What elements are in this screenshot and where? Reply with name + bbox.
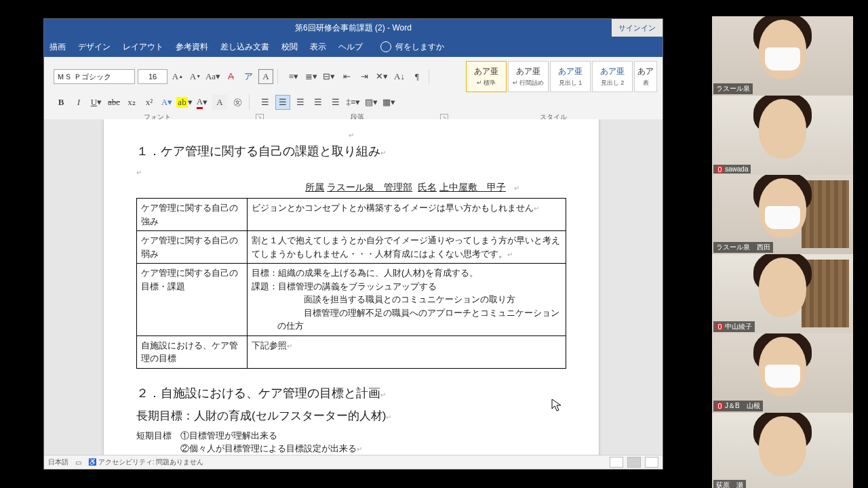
section1-heading: １．ケア管理に関する自己の課題と取り組み↵ bbox=[136, 143, 566, 159]
participant-name: ラスール泉 西田 bbox=[713, 242, 773, 253]
table-row: ケア管理に関する自己の強みビジョンとかコンセプトとか構築するイメージは早い方かも… bbox=[137, 199, 566, 231]
style-normal[interactable]: あア亜↵ 標準 bbox=[466, 61, 507, 92]
font-color-button[interactable]: A▾ bbox=[195, 95, 210, 110]
participant-tile[interactable]: ラスール泉 西田 bbox=[712, 175, 853, 254]
participant-tile[interactable]: 荻原 瀬 bbox=[712, 413, 853, 488]
status-book-icon[interactable]: ▭ bbox=[75, 459, 81, 466]
change-case-button[interactable]: Aa▾ bbox=[205, 69, 220, 84]
shading-button[interactable]: ▨▾ bbox=[363, 95, 378, 110]
highlight-button[interactable]: ab▾ bbox=[177, 95, 192, 110]
tellme-icon bbox=[380, 41, 391, 52]
participant-name: ラスール泉 bbox=[713, 83, 753, 94]
justify-button[interactable]: ☰ bbox=[311, 95, 326, 110]
text-effects-button[interactable]: A▾ bbox=[159, 95, 174, 110]
tab-mailings[interactable]: 差し込み文書 bbox=[220, 41, 269, 53]
bold-button[interactable]: B bbox=[54, 95, 68, 110]
sort-button[interactable]: A↓ bbox=[392, 69, 407, 84]
align-right-button[interactable]: ☰ bbox=[293, 95, 308, 110]
status-bar: 日本語 ▭ ♿ アクセシビリティ: 問題ありません bbox=[44, 455, 663, 469]
underline-button[interactable]: U▾ bbox=[89, 95, 104, 110]
participant-tile[interactable]: J＆B 山根 bbox=[712, 333, 853, 413]
tab-help[interactable]: ヘルプ bbox=[338, 41, 363, 53]
document-area[interactable]: ↵ １．ケア管理に関する自己の課題と取り組み↵ ↵ 所属 ラスール泉 管理部 氏… bbox=[44, 119, 663, 455]
increase-indent-button[interactable]: ⇥ bbox=[357, 69, 372, 84]
tellme-input[interactable]: 何をしますか bbox=[395, 41, 444, 53]
view-read-button[interactable] bbox=[610, 457, 623, 468]
ribbon-tabs: 描画 デザイン レイアウト 参考資料 差し込み文書 校閲 表示 ヘルプ 何をしま… bbox=[44, 37, 663, 57]
enclose-char-button[interactable]: ㊛ bbox=[230, 95, 245, 110]
tab-references[interactable]: 参考資料 bbox=[176, 41, 208, 53]
word-titlebar: 第6回研修会事前課題 (2) - Word サインイン bbox=[44, 19, 663, 37]
self-analysis-table: ケア管理に関する自己の強みビジョンとかコンセプトとか構築するイメージは早い方かも… bbox=[136, 198, 566, 369]
long-term-goal: 長期目標：人財の育成(セルフスターター的人材)↵ bbox=[136, 408, 566, 424]
muted-icon bbox=[716, 166, 723, 173]
muted-icon bbox=[716, 403, 723, 409]
align-left-button[interactable]: ☰ bbox=[258, 95, 273, 110]
strike-button[interactable]: abc bbox=[106, 95, 121, 110]
table-row: 自施設における、ケア管理の目標下記参照↵ bbox=[137, 336, 566, 368]
tab-draw[interactable]: 描画 bbox=[50, 41, 66, 53]
participant-name: J＆B 山根 bbox=[713, 401, 763, 411]
tab-layout[interactable]: レイアウト bbox=[123, 41, 163, 53]
superscript-button[interactable]: x² bbox=[142, 95, 157, 110]
distributed-button[interactable]: ☰ bbox=[328, 95, 343, 110]
participant-name: 中山綾子 bbox=[713, 321, 755, 332]
phonetic-guide-button[interactable]: ア bbox=[241, 69, 256, 84]
signin-button[interactable]: サインイン bbox=[612, 19, 663, 37]
numbering-button[interactable]: ≣▾ bbox=[304, 69, 319, 84]
view-print-button[interactable] bbox=[627, 457, 641, 468]
tab-view[interactable]: 表示 bbox=[310, 41, 326, 53]
style-heading1[interactable]: あア亜見出し 1 bbox=[550, 61, 591, 92]
zoom-gallery: ラスール泉sawadaラスール泉 西田中山綾子J＆B 山根荻原 瀬 bbox=[712, 16, 853, 488]
style-gallery[interactable]: あア亜↵ 標準 あア亜↵ 行間詰め あア亜見出し 1 あア亜見出し 2 あア表 bbox=[466, 61, 657, 92]
subscript-button[interactable]: x₂ bbox=[124, 95, 139, 110]
participant-tile[interactable]: ラスール泉 bbox=[712, 16, 853, 96]
bullets-button[interactable]: ≡▾ bbox=[286, 69, 301, 84]
status-accessibility[interactable]: ♿ アクセシビリティ: 問題ありません bbox=[88, 458, 203, 467]
table-row: ケア管理に関する自己の目標・課題目標：組織の成果を上げる為に、人財(人材)を育成… bbox=[137, 264, 566, 336]
participant-tile[interactable]: 中山綾子 bbox=[712, 254, 853, 333]
participant-tile[interactable]: sawada bbox=[712, 96, 853, 175]
line-spacing-button[interactable]: ‡≡▾ bbox=[346, 95, 361, 110]
tab-design[interactable]: デザイン bbox=[78, 41, 111, 53]
participant-name: 荻原 瀬 bbox=[713, 480, 746, 488]
char-border-button[interactable]: A bbox=[258, 69, 273, 84]
font-size-select[interactable]: 16 bbox=[138, 69, 167, 84]
multilevel-button[interactable]: ⊟▾ bbox=[321, 69, 336, 84]
char-shading-button[interactable]: A bbox=[212, 95, 227, 110]
asian-layout-button[interactable]: ✕▾ bbox=[374, 69, 389, 84]
tab-review[interactable]: 校閲 bbox=[281, 41, 298, 53]
author-line: 所属 ラスール泉 管理部 氏名 上中屋敷 甲子 ↵ bbox=[136, 182, 566, 194]
ribbon: ＭＳ Ｐゴシック 16 A▲ A▼ Aa▾ A̶ ア A ≡▾ ≣▾ ⊟▾ ⇤ … bbox=[44, 57, 663, 124]
font-family-select[interactable]: ＭＳ Ｐゴシック bbox=[54, 69, 135, 84]
decrease-indent-button[interactable]: ⇤ bbox=[339, 69, 354, 84]
status-language[interactable]: 日本語 bbox=[48, 458, 68, 467]
table-row: ケア管理に関する自己の弱み割と１人で抱えてしまうとか自分でイメージ通りやってしま… bbox=[137, 231, 566, 264]
italic-button[interactable]: I bbox=[71, 95, 86, 110]
muted-icon bbox=[716, 323, 723, 330]
short-term-goals: 短期目標 ①目標管理が理解出来る 短期目標 ②個々人が目標管理による目標設定が出… bbox=[136, 429, 566, 455]
section2-heading: ２．自施設における、ケア管理の目標と計画↵ bbox=[136, 385, 566, 401]
doc-title: 第6回研修会事前課題 (2) - Word bbox=[295, 22, 412, 34]
view-web-button[interactable] bbox=[645, 457, 658, 468]
align-center-button[interactable]: ☰ bbox=[275, 95, 290, 110]
style-table[interactable]: あア表 bbox=[634, 61, 657, 92]
word-window: 第6回研修会事前課題 (2) - Word サインイン 描画 デザイン レイアウ… bbox=[44, 19, 663, 469]
page: ↵ １．ケア管理に関する自己の課題と取り組み↵ ↵ 所属 ラスール泉 管理部 氏… bbox=[104, 119, 599, 455]
participant-name: sawada bbox=[713, 165, 751, 174]
borders-button[interactable]: ▦▾ bbox=[381, 95, 396, 110]
show-marks-button[interactable]: ¶ bbox=[410, 69, 425, 84]
clear-format-button[interactable]: A̶ bbox=[223, 69, 238, 84]
style-heading2[interactable]: あア亜見出し 2 bbox=[592, 61, 633, 92]
style-nospacing[interactable]: あア亜↵ 行間詰め bbox=[508, 61, 549, 92]
shrink-font-button[interactable]: A▼ bbox=[188, 69, 203, 84]
grow-font-button[interactable]: A▲ bbox=[170, 69, 185, 84]
